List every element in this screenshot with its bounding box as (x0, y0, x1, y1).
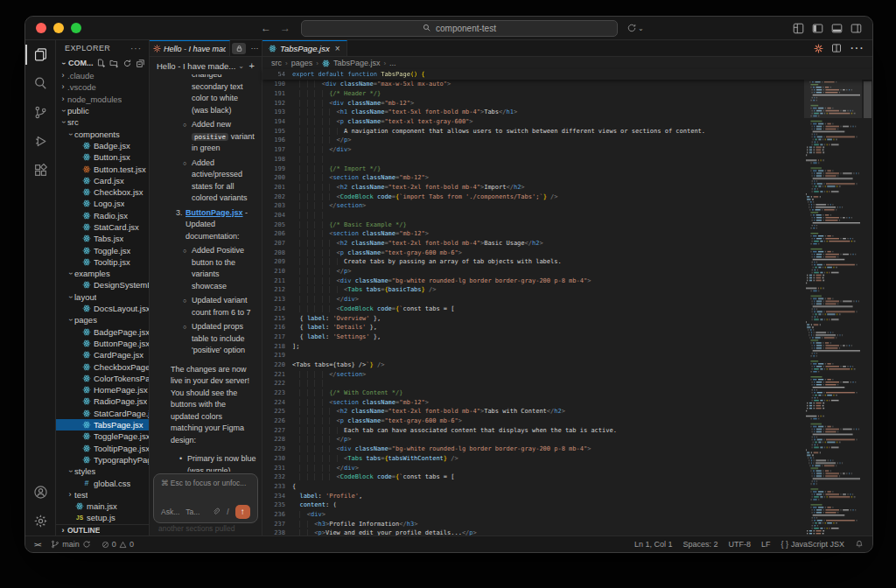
cursor-position[interactable]: Ln 1, Col 1 (634, 540, 673, 549)
breadcrumb-pages[interactable]: pages (291, 59, 313, 67)
editor-more-actions-icon[interactable]: ··· (850, 40, 864, 56)
tree-item-styles[interactable]: ›styles (56, 466, 149, 477)
new-file-icon[interactable] (96, 59, 106, 68)
accounts-button[interactable] (25, 478, 55, 507)
refresh-icon[interactable] (122, 59, 132, 68)
toggle-panel-right-icon[interactable] (850, 23, 862, 34)
tree-item-checkboxpage-jsx[interactable]: CheckboxPage.jsx (56, 360, 149, 372)
zoom-window-button[interactable] (71, 23, 81, 33)
customize-layout-icon[interactable] (793, 23, 804, 34)
tree-item--claude[interactable]: ›.claude (56, 70, 149, 81)
send-button[interactable]: ↑ (235, 505, 250, 519)
tree-item--vscode[interactable]: ›.vscode (56, 81, 149, 93)
activity-explorer-button[interactable] (25, 40, 55, 69)
history-forward-icon[interactable]: → (280, 22, 290, 34)
tree-item-buttonpage-jsx[interactable]: ButtonPage.jsx (56, 338, 149, 349)
activity-source-control-button[interactable] (25, 98, 55, 127)
minimap[interactable] (804, 80, 862, 536)
minimize-window-button[interactable] (53, 23, 64, 33)
sync-button[interactable]: ⌄ (626, 23, 644, 33)
activity-search-button[interactable] (25, 69, 55, 98)
breadcrumb-file[interactable]: TabsPage.jsx (333, 59, 381, 67)
language-mode[interactable]: { } JavaScript JSX (780, 540, 844, 549)
tree-item-designsystemde-[interactable]: DesignSystemDe... (56, 279, 149, 290)
editor-scrollbar[interactable] (862, 80, 872, 536)
tree-item-typographypage-jsx[interactable]: TypographyPage.jsx (56, 454, 149, 466)
breadcrumb-symbol[interactable]: ... (389, 59, 396, 67)
tree-item-button-test-jsx[interactable]: Button.test.jsx (56, 163, 149, 174)
tree-item-components[interactable]: ›components (56, 128, 149, 139)
tree-item-layout[interactable]: ›layout (56, 291, 149, 303)
workspace-section-header[interactable]: › COM... (56, 56, 149, 70)
tree-item-main-jsx[interactable]: main.jsx (56, 500, 149, 512)
chat-ask-mode[interactable]: Ask... (161, 508, 179, 516)
toggle-panel-left-icon[interactable] (812, 23, 823, 34)
chat-tab[interactable]: Hello - I have made u (150, 40, 230, 56)
scrollbar-thumb[interactable] (864, 81, 872, 118)
chat-input[interactable]: ⌘ Esc to focus or unfoc... Ask... Ta... … (153, 473, 258, 523)
file-link[interactable]: ButtonPage.jsx (186, 208, 243, 217)
tree-item-button-jsx[interactable]: Button.jsx (56, 151, 149, 163)
tree-item-tooltip-jsx[interactable]: Tooltip.jsx (56, 256, 149, 268)
chat-tab-more-icon[interactable]: ··· (248, 40, 262, 56)
new-chat-button[interactable]: + (249, 60, 255, 71)
sticky-scroll-line[interactable]: 54export default function TabsPage() { (262, 69, 872, 80)
slash-commands-icon[interactable]: / (227, 508, 228, 516)
breadcrumb[interactable]: src › pages › TabsPage.jsx › ... (262, 57, 872, 69)
tree-item-setup-js[interactable]: JSsetup.js (56, 512, 149, 523)
attach-icon[interactable] (212, 508, 220, 516)
tree-item-tooltippage-jsx[interactable]: TooltipPage.jsx (56, 443, 149, 454)
history-back-icon[interactable]: ← (261, 22, 271, 34)
tree-item-colortokenspage-j-[interactable]: ColorTokensPage.j... (56, 373, 149, 384)
tree-item-togglepage-jsx[interactable]: TogglePage.jsx (56, 430, 149, 442)
tree-item-docslayout-jsx[interactable]: DocsLayout.jsx (56, 303, 149, 314)
tree-item-examples[interactable]: ›examples (56, 268, 149, 279)
problems-item[interactable]: 0 0 (102, 540, 134, 549)
command-center-search[interactable]: component-test (301, 20, 618, 37)
collapse-all-icon[interactable] (136, 59, 145, 68)
tree-item-test[interactable]: ›test (56, 489, 149, 500)
tree-item-statcardpage-jsx[interactable]: StatCardPage.jsx (56, 408, 149, 419)
split-editor-icon[interactable] (831, 43, 842, 53)
toggle-panel-bottom-icon[interactable] (831, 23, 843, 34)
git-branch-item[interactable]: main (51, 540, 91, 549)
eol[interactable]: LF (761, 540, 771, 549)
remote-indicator[interactable]: >< (34, 541, 40, 549)
chat-tab-mode[interactable]: Ta... (186, 508, 200, 516)
notifications-bell-icon[interactable] (855, 540, 864, 549)
tree-item-global-css[interactable]: #global.css (56, 477, 149, 488)
tree-item-pages[interactable]: ›pages (56, 314, 149, 326)
editor-tab-tabspage[interactable]: TabsPage.jsx × (262, 40, 347, 56)
tree-item-src[interactable]: ›src (56, 116, 149, 128)
tree-item-badgepage-jsx[interactable]: BadgePage.jsx (56, 326, 149, 338)
tree-item-checkbox-jsx[interactable]: Checkbox.jsx (56, 186, 149, 198)
lock-button[interactable] (232, 43, 246, 54)
close-window-button[interactable] (36, 23, 46, 33)
chat-session-picker[interactable]: Hello - I have made... ⌄ + (150, 57, 262, 74)
tree-item-cardpage-jsx[interactable]: CardPage.jsx (56, 349, 149, 360)
settings-button[interactable] (25, 507, 55, 536)
tree-item-radiopage-jsx[interactable]: RadioPage.jsx (56, 396, 149, 407)
activity-run-debug-button[interactable] (25, 127, 55, 156)
tree-item-logo-jsx[interactable]: Logo.jsx (56, 198, 149, 209)
tree-item-node-modules[interactable]: ›node_modules (56, 94, 149, 105)
tree-item-card-jsx[interactable]: Card.jsx (56, 175, 149, 186)
tree-item-badge-jsx[interactable]: Badge.jsx (56, 140, 149, 151)
breadcrumb-src[interactable]: src (271, 59, 282, 67)
tree-item-radio-jsx[interactable]: Radio.jsx (56, 210, 149, 221)
tree-item-toggle-jsx[interactable]: Toggle.jsx (56, 244, 149, 256)
new-folder-icon[interactable] (109, 59, 119, 68)
encoding[interactable]: UTF-8 (728, 540, 751, 549)
tree-item-tabspage-jsx[interactable]: TabsPage.jsx (56, 419, 149, 430)
claude-icon[interactable] (814, 44, 823, 53)
minimap-slider[interactable] (804, 80, 862, 118)
tree-item-outline[interactable]: ›OUTLINE (56, 524, 149, 536)
tree-item-tabs-jsx[interactable]: Tabs.jsx (56, 233, 149, 244)
explorer-more-actions-icon[interactable]: ··· (130, 44, 142, 53)
tree-item-public[interactable]: ›public (56, 105, 149, 116)
tree-item-statcard-jsx[interactable]: StatCard.jsx (56, 221, 149, 233)
close-tab-icon[interactable]: × (335, 44, 340, 53)
indentation[interactable]: Spaces: 2 (682, 540, 718, 549)
code-area[interactable]: 190 <div className="max-w-5xl mx-auto">1… (262, 80, 872, 536)
activity-extensions-button[interactable] (25, 156, 55, 185)
